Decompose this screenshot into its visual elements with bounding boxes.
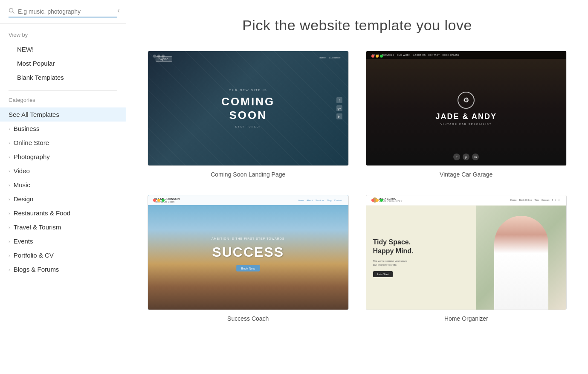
templates-grid: Skyline. Home Subscribe OUR NEW SITE IS … — [148, 51, 567, 322]
template-card-coming-soon[interactable]: Skyline. Home Subscribe OUR NEW SITE IS … — [148, 51, 349, 178]
sidebar-item-events[interactable]: › Events — [0, 234, 126, 248]
sidebar-item-label: Events — [14, 238, 33, 245]
sidebar-item-label: Online Store — [14, 139, 49, 146]
template-navlinks: Home About Services Blog Contact — [298, 199, 342, 202]
template-nav: HOME SERVICES OUR WORK ABOUT US CONTACT … — [366, 51, 567, 59]
sidebar-item-restaurants[interactable]: › Restaurants & Food — [0, 206, 126, 220]
search-input[interactable] — [18, 8, 117, 15]
window-dots — [153, 199, 165, 202]
sidebar-item-label: Blogs & Forums — [14, 266, 59, 273]
sidebar-item-video[interactable]: › Video — [0, 164, 126, 178]
chevron-icon: › — [9, 267, 10, 272]
template-hero-title: SUCCESS — [211, 244, 285, 260]
sidebar-item-travel[interactable]: › Travel & Tourism — [0, 220, 126, 234]
chevron-icon: › — [9, 239, 10, 244]
template-subtitle: OUR NEW SITE IS — [221, 89, 275, 92]
template-heading: Tidy Space.Happy Mind. — [373, 238, 469, 256]
template-person — [476, 206, 566, 310]
template-navlinks: Home Subscribe — [319, 56, 341, 62]
sidebar-item-label: Design — [14, 195, 34, 203]
search-icon — [9, 8, 14, 15]
sidebar-item-see-all[interactable]: See All Templates — [0, 107, 126, 122]
template-social: f p in — [453, 154, 479, 160]
template-thumbnail-coming-soon: Skyline. Home Subscribe OUR NEW SITE IS … — [148, 51, 349, 166]
chevron-icon: › — [9, 253, 10, 258]
categories-label: Categories — [0, 97, 126, 107]
chevron-icon: › — [9, 211, 10, 216]
template-nav: Skyline. Home Subscribe — [148, 56, 348, 62]
search-section — [0, 0, 126, 24]
chevron-icon: › — [9, 183, 10, 188]
template-card-success-coach[interactable]: ALLAN JOHNSON Personal Life Coach Home A… — [148, 195, 349, 322]
template-nav: JULIA CLARK HOME ORGANIZER Home Book Onl… — [366, 195, 567, 205]
template-label-coming-soon: Coming Soon Landing Page — [148, 171, 349, 178]
template-hero: OUR NEW SITE IS COMINGSOON STAY TUNED! — [221, 89, 275, 128]
sidebar-item-business[interactable]: › Business — [0, 122, 126, 136]
sidebar: ‹ View by NEW! Most Popular Blank Templa… — [0, 0, 126, 374]
sidebar-item-label: Video — [14, 167, 30, 174]
template-navlinks: Home Book Online Tips Contact f t in — [510, 199, 560, 201]
main-content: Pick the website template you love Skyli… — [126, 0, 588, 374]
template-desc: The ways cleaning your spacecan improve … — [373, 259, 469, 267]
sidebar-item-online-store[interactable]: › Online Store — [0, 136, 126, 150]
chevron-icon: › — [9, 168, 10, 174]
divider — [9, 90, 117, 91]
template-hero-title: JADE & ANDY — [436, 112, 497, 121]
svg-line-1 — [13, 12, 14, 14]
chevron-icon: › — [9, 140, 10, 145]
template-cta-button: Let's Start — [373, 271, 393, 277]
nav-item-new[interactable]: NEW! — [9, 42, 117, 56]
collapse-button[interactable]: ‹ — [117, 6, 120, 15]
template-hero: ⚙ JADE & ANDY VINTAGE CAR SPECIALIST — [436, 92, 497, 125]
template-tagline: STAY TUNED! — [221, 125, 275, 128]
chevron-icon: › — [9, 225, 10, 230]
sidebar-item-design[interactable]: › Design — [0, 192, 126, 206]
template-label-home-organizer: Home Organizer — [366, 315, 567, 322]
sidebar-item-label: Music — [14, 181, 30, 188]
template-icon: ⚙ — [458, 92, 475, 109]
window-dots — [371, 199, 383, 202]
sidebar-item-label: Portfolio & CV — [14, 252, 54, 259]
template-body: Tidy Space.Happy Mind. The ways cleaning… — [366, 206, 567, 310]
template-card-vintage-car[interactable]: HOME SERVICES OUR WORK ABOUT US CONTACT … — [366, 51, 567, 178]
template-label-vintage-car: Vintage Car Garage — [366, 171, 567, 178]
template-logo: Skyline. — [156, 56, 172, 62]
template-subtitle: AMBITION IS THE FIRST STEP TOWARDS — [211, 237, 285, 240]
chevron-icon: › — [9, 154, 10, 159]
sidebar-item-music[interactable]: › Music — [0, 178, 126, 192]
template-thumbnail-success-coach: ALLAN JOHNSON Personal Life Coach Home A… — [148, 195, 349, 310]
template-left-panel: Tidy Space.Happy Mind. The ways cleaning… — [366, 206, 476, 310]
chevron-icon: › — [9, 126, 10, 131]
sidebar-item-photography[interactable]: › Photography — [0, 150, 126, 164]
sidebar-item-blogs[interactable]: › Blogs & Forums — [0, 262, 126, 276]
template-nav: ALLAN JOHNSON Personal Life Coach Home A… — [148, 195, 348, 205]
nav-item-blank-templates[interactable]: Blank Templates — [9, 70, 117, 84]
template-cta-button: Book Now — [236, 265, 260, 272]
sidebar-item-label: Restaurants & Food — [14, 209, 70, 217]
sidebar-item-portfolio[interactable]: › Portfolio & CV — [0, 248, 126, 262]
window-dots — [371, 55, 383, 58]
sidebar-item-label: Business — [14, 125, 40, 132]
sidebar-item-label: Travel & Tourism — [14, 223, 61, 231]
template-hero: AMBITION IS THE FIRST STEP TOWARDS SUCCE… — [211, 237, 285, 272]
template-hero-title: COMINGSOON — [221, 95, 275, 122]
template-label-success-coach: Success Coach — [148, 315, 349, 322]
viewby-label: View by — [9, 32, 117, 38]
page-title: Pick the website template you love — [148, 17, 567, 34]
chevron-icon: › — [9, 197, 10, 202]
template-thumbnail-home-organizer: JULIA CLARK HOME ORGANIZER Home Book Onl… — [366, 195, 567, 310]
nav-item-most-popular[interactable]: Most Popular — [9, 56, 117, 70]
template-thumbnail-vintage-car: HOME SERVICES OUR WORK ABOUT US CONTACT … — [366, 51, 567, 166]
viewby-section: View by NEW! Most Popular Blank Template… — [0, 24, 126, 84]
template-navlinks: HOME SERVICES OUR WORK ABOUT US CONTACT … — [372, 54, 460, 56]
template-hero-subtitle: VINTAGE CAR SPECIALIST — [436, 123, 497, 125]
template-card-home-organizer[interactable]: JULIA CLARK HOME ORGANIZER Home Book Onl… — [366, 195, 567, 322]
template-social: f g+ in — [336, 97, 342, 119]
sidebar-item-label: Photography — [14, 153, 50, 160]
template-right-panel — [476, 206, 566, 310]
